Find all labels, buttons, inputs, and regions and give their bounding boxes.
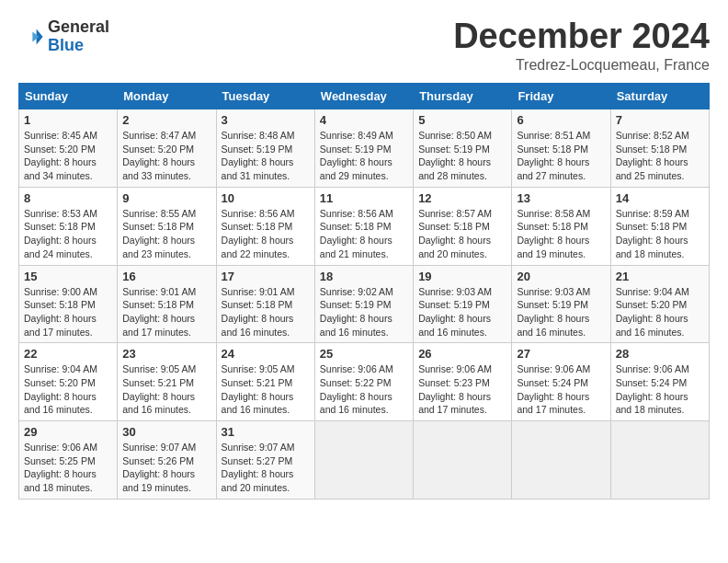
header-row: Sunday Monday Tuesday Wednesday Thursday…	[19, 84, 710, 109]
calendar-table: Sunday Monday Tuesday Wednesday Thursday…	[18, 83, 710, 500]
day-content: Sunrise: 8:47 AM Sunset: 5:20 PM Dayligh…	[122, 129, 210, 183]
sunrise-label: Sunrise: 8:47 AM	[122, 130, 196, 141]
day-number: 4	[320, 113, 408, 127]
sunrise-label: Sunrise: 9:05 AM	[222, 363, 295, 374]
sunset-label: Sunset: 5:20 PM	[24, 144, 96, 155]
sunrise-label: Sunrise: 9:01 AM	[122, 286, 196, 297]
day-content: Sunrise: 8:56 AM Sunset: 5:18 PM Dayligh…	[222, 207, 310, 261]
day-cell: 9 Sunrise: 8:55 AM Sunset: 5:18 PM Dayli…	[118, 187, 216, 265]
week-row-5: 29 Sunrise: 9:06 AM Sunset: 5:25 PM Dayl…	[19, 421, 710, 500]
day-content: Sunrise: 9:03 AM Sunset: 5:19 PM Dayligh…	[517, 285, 605, 339]
day-number: 22	[24, 347, 112, 361]
day-content: Sunrise: 9:06 AM Sunset: 5:24 PM Dayligh…	[517, 362, 605, 417]
day-content: Sunrise: 8:53 AM Sunset: 5:18 PM Dayligh…	[24, 207, 112, 261]
daylight-label: Daylight: 8 hours and 16 minutes.	[122, 391, 195, 416]
day-content: Sunrise: 8:48 AM Sunset: 5:19 PM Dayligh…	[222, 129, 310, 183]
sunset-label: Sunset: 5:25 PM	[24, 455, 96, 466]
sunrise-label: Sunrise: 9:01 AM	[222, 286, 295, 297]
sunset-label: Sunset: 5:18 PM	[517, 221, 588, 232]
day-cell: 6 Sunrise: 8:51 AM Sunset: 5:18 PM Dayli…	[512, 109, 610, 188]
day-cell: 29 Sunrise: 9:06 AM Sunset: 5:25 PM Dayl…	[19, 421, 118, 500]
sunset-label: Sunset: 5:18 PM	[222, 299, 293, 310]
day-number: 19	[418, 270, 506, 283]
sunrise-label: Sunrise: 8:53 AM	[24, 208, 97, 219]
sunrise-label: Sunrise: 9:07 AM	[122, 442, 196, 453]
header-thursday: Thursday	[414, 84, 512, 109]
daylight-label: Daylight: 8 hours and 23 minutes.	[122, 235, 195, 259]
sunrise-label: Sunrise: 9:06 AM	[616, 363, 689, 374]
day-number: 23	[122, 347, 210, 361]
day-content: Sunrise: 8:59 AM Sunset: 5:18 PM Dayligh…	[616, 207, 704, 261]
day-cell: 20 Sunrise: 9:03 AM Sunset: 5:19 PM Dayl…	[512, 265, 610, 343]
day-cell: 28 Sunrise: 9:06 AM Sunset: 5:24 PM Dayl…	[610, 343, 709, 421]
sunset-label: Sunset: 5:19 PM	[222, 144, 293, 155]
daylight-label: Daylight: 8 hours and 20 minutes.	[418, 235, 491, 259]
header-saturday: Saturday	[610, 84, 709, 109]
sunset-label: Sunset: 5:23 PM	[418, 377, 490, 388]
daylight-label: Daylight: 8 hours and 17 minutes.	[418, 391, 491, 416]
day-content: Sunrise: 9:05 AM Sunset: 5:21 PM Dayligh…	[122, 362, 210, 417]
sunset-label: Sunset: 5:19 PM	[320, 144, 392, 155]
day-number: 18	[320, 270, 408, 283]
logo-blue-text: Blue	[48, 37, 109, 55]
sunrise-label: Sunrise: 9:06 AM	[24, 442, 97, 453]
daylight-label: Daylight: 8 hours and 29 minutes.	[320, 156, 392, 181]
logo: General Blue	[18, 18, 109, 55]
daylight-label: Daylight: 8 hours and 24 minutes.	[24, 235, 97, 259]
day-content: Sunrise: 8:52 AM Sunset: 5:18 PM Dayligh…	[616, 129, 704, 183]
sunset-label: Sunset: 5:18 PM	[517, 144, 588, 155]
calendar-body: 1 Sunrise: 8:45 AM Sunset: 5:20 PM Dayli…	[19, 109, 710, 500]
day-content: Sunrise: 9:05 AM Sunset: 5:21 PM Dayligh…	[222, 362, 310, 417]
sunrise-label: Sunrise: 9:06 AM	[320, 363, 393, 374]
day-cell: 25 Sunrise: 9:06 AM Sunset: 5:22 PM Dayl…	[314, 343, 413, 421]
day-number: 24	[222, 347, 310, 361]
header: General Blue December 2024 Tredrez-Locqu…	[18, 18, 710, 74]
sunset-label: Sunset: 5:26 PM	[122, 455, 194, 466]
daylight-label: Daylight: 8 hours and 16 minutes.	[222, 391, 294, 416]
sunset-label: Sunset: 5:18 PM	[320, 221, 392, 232]
day-cell: 30 Sunrise: 9:07 AM Sunset: 5:26 PM Dayl…	[118, 421, 216, 500]
sunset-label: Sunset: 5:18 PM	[24, 299, 96, 310]
day-content: Sunrise: 9:07 AM Sunset: 5:27 PM Dayligh…	[222, 441, 310, 495]
sunset-label: Sunset: 5:18 PM	[616, 221, 688, 232]
day-number: 3	[222, 113, 310, 127]
day-cell: 27 Sunrise: 9:06 AM Sunset: 5:24 PM Dayl…	[512, 343, 610, 421]
day-number: 25	[320, 347, 408, 361]
day-content: Sunrise: 9:04 AM Sunset: 5:20 PM Dayligh…	[24, 362, 112, 417]
day-cell: 3 Sunrise: 8:48 AM Sunset: 5:19 PM Dayli…	[216, 109, 314, 188]
week-row-2: 8 Sunrise: 8:53 AM Sunset: 5:18 PM Dayli…	[19, 187, 710, 265]
daylight-label: Daylight: 8 hours and 16 minutes.	[24, 391, 97, 416]
sunrise-label: Sunrise: 8:48 AM	[222, 130, 295, 141]
sunrise-label: Sunrise: 8:56 AM	[320, 208, 393, 219]
day-cell: 19 Sunrise: 9:03 AM Sunset: 5:19 PM Dayl…	[414, 265, 512, 343]
sunrise-label: Sunrise: 9:00 AM	[24, 286, 97, 297]
day-cell: 11 Sunrise: 8:56 AM Sunset: 5:18 PM Dayl…	[314, 187, 413, 265]
day-cell: 22 Sunrise: 9:04 AM Sunset: 5:20 PM Dayl…	[19, 343, 118, 421]
day-cell: 24 Sunrise: 9:05 AM Sunset: 5:21 PM Dayl…	[216, 343, 314, 421]
day-content: Sunrise: 8:55 AM Sunset: 5:18 PM Dayligh…	[122, 207, 210, 261]
sunset-label: Sunset: 5:18 PM	[616, 144, 688, 155]
sunset-label: Sunset: 5:18 PM	[122, 299, 194, 310]
daylight-label: Daylight: 8 hours and 16 minutes.	[320, 313, 392, 338]
sunset-label: Sunset: 5:24 PM	[517, 377, 588, 388]
day-number: 26	[418, 347, 506, 361]
day-number: 9	[122, 191, 210, 205]
header-tuesday: Tuesday	[216, 84, 314, 109]
header-sunday: Sunday	[19, 84, 118, 109]
sunrise-label: Sunrise: 9:06 AM	[418, 363, 492, 374]
sunset-label: Sunset: 5:20 PM	[24, 377, 96, 388]
sunrise-label: Sunrise: 9:06 AM	[517, 363, 590, 374]
day-content: Sunrise: 9:06 AM Sunset: 5:25 PM Dayligh…	[24, 441, 112, 495]
day-content: Sunrise: 9:00 AM Sunset: 5:18 PM Dayligh…	[24, 285, 112, 339]
day-number: 6	[517, 113, 605, 127]
daylight-label: Daylight: 8 hours and 18 minutes.	[616, 235, 688, 259]
sunrise-label: Sunrise: 8:52 AM	[616, 130, 689, 141]
day-cell: 1 Sunrise: 8:45 AM Sunset: 5:20 PM Dayli…	[19, 109, 118, 188]
day-number: 2	[122, 113, 210, 127]
sunrise-label: Sunrise: 8:45 AM	[24, 130, 97, 141]
day-cell: 12 Sunrise: 8:57 AM Sunset: 5:18 PM Dayl…	[414, 187, 512, 265]
day-content: Sunrise: 9:02 AM Sunset: 5:19 PM Dayligh…	[320, 285, 408, 339]
sunset-label: Sunset: 5:21 PM	[222, 377, 293, 388]
day-content: Sunrise: 9:06 AM Sunset: 5:24 PM Dayligh…	[616, 362, 704, 417]
calendar-header: Sunday Monday Tuesday Wednesday Thursday…	[19, 84, 710, 109]
